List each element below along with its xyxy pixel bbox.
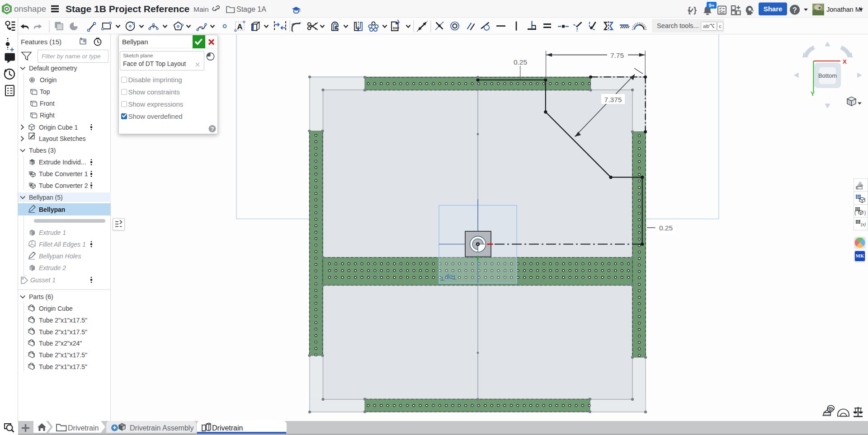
- svg-text:Tubes (3): Tubes (3): [29, 147, 56, 154]
- svg-text:Share: Share: [764, 5, 783, 13]
- svg-text:Tube 2"x1"x17.5": Tube 2"x1"x17.5": [39, 363, 87, 370]
- svg-text:Extrude 1: Extrude 1: [39, 229, 66, 236]
- svg-text:Top: Top: [445, 274, 457, 281]
- svg-text:}: }: [693, 5, 697, 14]
- svg-text:Tube Converter 1: Tube Converter 1: [39, 170, 88, 178]
- svg-text:Extrude 2: Extrude 2: [39, 264, 66, 271]
- svg-text:}: }: [864, 210, 866, 215]
- svg-text:Default geometry: Default geometry: [29, 65, 77, 72]
- svg-text:Bottom: Bottom: [818, 72, 837, 79]
- svg-text:Tube 2"x1"x17.5": Tube 2"x1"x17.5": [39, 351, 87, 359]
- svg-text:Origin: Origin: [40, 76, 57, 84]
- svg-text:{: {: [854, 210, 856, 215]
- svg-text:Tube 2"x1"x17.5": Tube 2"x1"x17.5": [39, 328, 87, 336]
- svg-text:Top: Top: [40, 88, 50, 95]
- svg-text:Fillet All Edges 1: Fillet All Edges 1: [39, 241, 86, 248]
- svg-text:+: +: [10, 46, 14, 53]
- svg-text:?: ?: [793, 6, 797, 14]
- svg-text:Bellypan (5): Bellypan (5): [29, 194, 63, 201]
- svg-text:onshape: onshape: [14, 4, 46, 14]
- svg-text:Bellypan: Bellypan: [39, 206, 65, 213]
- svg-text:Main: Main: [193, 5, 209, 13]
- svg-text:Right: Right: [40, 112, 55, 119]
- svg-text:9+: 9+: [708, 3, 714, 8]
- svg-text:{: {: [688, 5, 691, 14]
- svg-text:Tube 2"x2"x24": Tube 2"x2"x24": [39, 340, 82, 347]
- svg-text:?: ?: [211, 126, 214, 132]
- svg-text:Stage 1A: Stage 1A: [236, 5, 266, 13]
- svg-text:Origin Cube 1: Origin Cube 1: [39, 124, 78, 131]
- svg-text:Extrude Individ...: Extrude Individ...: [39, 159, 86, 166]
- svg-text:Stage 1B Project Reference: Stage 1B Project Reference: [66, 4, 189, 14]
- svg-text:7.75: 7.75: [610, 51, 624, 59]
- svg-text:A: A: [237, 23, 242, 31]
- svg-text:Bellypan Holes: Bellypan Holes: [39, 253, 81, 260]
- svg-text:Drivetrain: Drivetrain: [68, 424, 99, 432]
- svg-text:(x): (x): [861, 222, 866, 227]
- svg-text:Origin Cube: Origin Cube: [39, 305, 73, 312]
- svg-text:Jonathan Mi: Jonathan Mi: [826, 6, 862, 13]
- svg-text:Tube Converter 2: Tube Converter 2: [39, 182, 88, 189]
- svg-text:Y: Y: [811, 90, 815, 97]
- svg-text:Parts (6): Parts (6): [29, 293, 53, 300]
- svg-text:Drivetrain: Drivetrain: [212, 424, 243, 432]
- svg-text:0.25: 0.25: [659, 224, 673, 232]
- svg-text:Drivetrain Assembly: Drivetrain Assembly: [130, 424, 193, 432]
- svg-text:DXF: DXF: [393, 27, 400, 30]
- svg-text:Front: Front: [40, 100, 55, 107]
- svg-text:7.375: 7.375: [604, 96, 622, 103]
- svg-text:Layout Sketches: Layout Sketches: [39, 135, 86, 142]
- svg-text:Tube 2"x1"x17.5": Tube 2"x1"x17.5": [39, 317, 87, 324]
- svg-text:Gusset 1: Gusset 1: [30, 276, 56, 284]
- svg-text:X: X: [843, 58, 847, 65]
- svg-text:0.25: 0.25: [514, 58, 527, 66]
